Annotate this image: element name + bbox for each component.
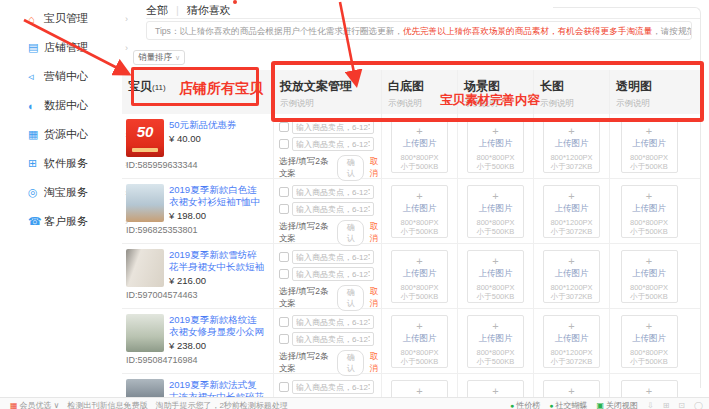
copy-checkbox-1[interactable] bbox=[279, 122, 289, 132]
copy-checkbox-2[interactable] bbox=[279, 139, 289, 149]
sidebar-item[interactable]: ◐ 数据中心 › bbox=[28, 91, 130, 120]
copy-checkbox-1[interactable] bbox=[279, 317, 289, 327]
copy-checkbox-2[interactable] bbox=[279, 269, 289, 279]
cancel-button[interactable]: 取消 bbox=[367, 221, 381, 245]
member-select-button[interactable]: ▦ 会员优选 ∨ bbox=[10, 400, 59, 409]
tips-highlight: 优先完善以上猜你喜欢场景的商品素材，有机会获得更多手淘流量 bbox=[403, 26, 652, 36]
copy-checkbox-1[interactable] bbox=[279, 382, 289, 392]
upload-image-button[interactable]: + 上传图片 800*800PX小于500KB bbox=[391, 315, 448, 368]
plus-icon: + bbox=[622, 191, 677, 202]
plus-icon: + bbox=[468, 256, 523, 267]
upload-label: 上传图片 bbox=[392, 268, 447, 280]
plus-icon: + bbox=[622, 321, 677, 332]
cancel-button[interactable]: 取消 bbox=[367, 156, 381, 180]
selling-point-input-1[interactable] bbox=[292, 315, 374, 329]
upload-image-button[interactable]: + 上传图片 800*800PX小于500KB bbox=[467, 185, 524, 238]
example-link[interactable]: 示例说明 bbox=[388, 98, 457, 110]
upload-column: + 上传图片 800*800PX小于500KB bbox=[381, 179, 457, 243]
upload-column: + 上传图片 800*800PX小于500KB bbox=[457, 244, 533, 308]
grid-icon[interactable]: ⊞ bbox=[663, 401, 670, 409]
copy-checkbox-1[interactable] bbox=[279, 252, 289, 262]
copy-hint: 选择/填写2条文案 bbox=[279, 286, 333, 310]
example-link[interactable]: 示例说明 bbox=[616, 98, 688, 110]
product-image bbox=[126, 249, 164, 287]
upload-image-button[interactable]: + 上传图片 800*800PX小于500KB bbox=[621, 315, 678, 368]
upload-image-button[interactable]: + 上传图片 800*800PX小于500KB bbox=[391, 250, 448, 303]
upload-size-hint: 800*800PX小于500KB bbox=[392, 348, 447, 367]
tab-guess-you-like[interactable]: 猜你喜欢 bbox=[187, 3, 231, 18]
cancel-button[interactable]: 取消 bbox=[367, 286, 381, 310]
window-icon[interactable]: ⊡ bbox=[678, 401, 685, 409]
upload-image-button[interactable]: + 上传图片 800*800PX小于500KB bbox=[621, 185, 678, 238]
confirm-button[interactable]: 确认 bbox=[337, 285, 364, 311]
plus-icon: + bbox=[544, 191, 599, 202]
upload-image-button[interactable]: + 上传图片 800*800PX小于500KB bbox=[467, 120, 524, 173]
selling-point-input-2[interactable] bbox=[292, 332, 374, 346]
sidebar-item[interactable]: ☎ 客户服务 › bbox=[28, 207, 130, 236]
baby-manage-icon: ⌂ bbox=[28, 13, 44, 25]
upload-image-button[interactable]: + 上传图片 800*800PX小于500KB bbox=[621, 120, 678, 173]
upload-image-button[interactable]: + 上传图片 800*800PX小于500KB bbox=[391, 185, 448, 238]
selling-point-input-1[interactable] bbox=[292, 380, 374, 394]
example-link[interactable]: 示例说明 bbox=[464, 98, 533, 110]
plus-icon: + bbox=[392, 126, 447, 137]
upload-image-button[interactable]: + 上传图片 800*1200PX小于3072KB bbox=[543, 185, 600, 238]
confirm-button[interactable]: 确认 bbox=[337, 350, 364, 376]
plus-icon: + bbox=[622, 386, 677, 397]
confirm-button[interactable]: 确认 bbox=[337, 155, 364, 181]
copy-checkbox-2[interactable] bbox=[279, 334, 289, 344]
toolbar-item-3[interactable]: ▣ 关闭视图 bbox=[596, 400, 638, 409]
upload-image-button[interactable]: + 上传图片 800*1200PX小于3072KB bbox=[543, 120, 600, 173]
product-title-link[interactable]: 50元新品优惠券 bbox=[169, 119, 265, 131]
toolbar-item-2[interactable]: ● 社交蝴蝶 bbox=[549, 400, 587, 409]
selling-point-input-1[interactable] bbox=[292, 185, 374, 199]
product-id: ID:597004574463 bbox=[126, 290, 271, 300]
circle-icon[interactable]: ◯ bbox=[694, 401, 703, 409]
upload-size-hint: 800*800PX小于500KB bbox=[392, 153, 447, 172]
upload-image-button[interactable]: + 上传图片 800*800PX小于500KB bbox=[467, 315, 524, 368]
upload-image-button[interactable]: + 上传图片 800*1200PX小于3072KB bbox=[543, 250, 600, 303]
upload-column: + 上传图片 800*1200PX小于3072KB bbox=[533, 309, 609, 373]
sidebar-item[interactable]: ◎ 淘宝服务 › bbox=[28, 178, 130, 207]
example-link[interactable]: 示例说明 bbox=[280, 98, 381, 110]
upload-column: + 上传图片 800*800PX小于500KB bbox=[609, 309, 688, 373]
copy-checkbox-2[interactable] bbox=[279, 204, 289, 214]
copy-checkbox-1[interactable] bbox=[279, 187, 289, 197]
upload-label: 上传图片 bbox=[544, 138, 599, 150]
plus-icon: + bbox=[622, 256, 677, 267]
upload-image-button[interactable]: + 上传图片 800*800PX小于500KB bbox=[467, 250, 524, 303]
selling-point-input-2[interactable] bbox=[292, 202, 374, 216]
upload-column: + 上传图片 800*1200PX小于3072KB bbox=[533, 179, 609, 243]
tips-text: Tips：以上猜你喜欢的商品会根据用户个性化需求进行圈选更新， bbox=[155, 26, 403, 36]
upload-image-button[interactable]: + 上传图片 800*1200PX小于3072KB bbox=[543, 315, 600, 368]
chevron-down-icon: ∨ bbox=[54, 401, 60, 409]
sidebar-item[interactable]: ⊞ 软件服务 › bbox=[28, 149, 130, 178]
tab-all[interactable]: 全部 bbox=[146, 3, 168, 18]
upload-column: + 上传图片 800*800PX小于500KB bbox=[457, 179, 533, 243]
example-link[interactable]: 示例说明 bbox=[540, 98, 609, 110]
product-title-link[interactable]: 2019夏季新款雪纺碎花半身裙女中长款短袖白 bbox=[169, 249, 265, 273]
upload-column: + 上传图片 800*800PX小于500KB bbox=[381, 244, 457, 308]
sidebar-item[interactable]: ◃ 营销中心 › bbox=[28, 62, 130, 91]
selling-point-input-1[interactable] bbox=[292, 120, 374, 134]
upload-label: 上传图片 bbox=[544, 333, 599, 345]
selling-point-input-2[interactable] bbox=[292, 267, 374, 281]
table-header: 宝贝(11) 投放文案管理 示例说明 白底图 示例说明 场景图 示例说明 长图 … bbox=[122, 70, 700, 114]
upload-size-hint: 800*800PX小于500KB bbox=[468, 218, 523, 237]
toolbar-item-1[interactable]: ● 性价榜 bbox=[510, 400, 540, 409]
selling-point-input-2[interactable] bbox=[292, 137, 374, 151]
upload-image-button[interactable]: + 上传图片 800*800PX小于500KB bbox=[621, 250, 678, 303]
plus-icon: + bbox=[544, 256, 599, 267]
sidebar-item[interactable]: ▤ 店铺管理 › bbox=[28, 33, 130, 62]
download-icon[interactable]: ⇩ bbox=[647, 401, 654, 409]
sort-dropdown[interactable]: 销量排序 ∨ bbox=[133, 50, 185, 65]
cancel-button[interactable]: 取消 bbox=[367, 351, 381, 375]
upload-column: + 上传图片 800*800PX小于500KB bbox=[609, 179, 688, 243]
sidebar-item[interactable]: ⌂ 宝贝管理 › bbox=[28, 4, 130, 33]
product-title-link[interactable]: 2019夏季新款白色连衣裙女衬衫短袖T恤中长款 bbox=[169, 184, 265, 208]
upload-image-button[interactable]: + 上传图片 800*800PX小于500KB bbox=[391, 120, 448, 173]
product-title-link[interactable]: 2019夏季新款格纹连衣裙女修身显瘦小众网红 bbox=[169, 314, 265, 338]
selling-point-input-1[interactable] bbox=[292, 250, 374, 264]
confirm-button[interactable]: 确认 bbox=[337, 220, 364, 246]
sidebar-item[interactable]: ▦ 货源中心 › bbox=[28, 120, 130, 149]
